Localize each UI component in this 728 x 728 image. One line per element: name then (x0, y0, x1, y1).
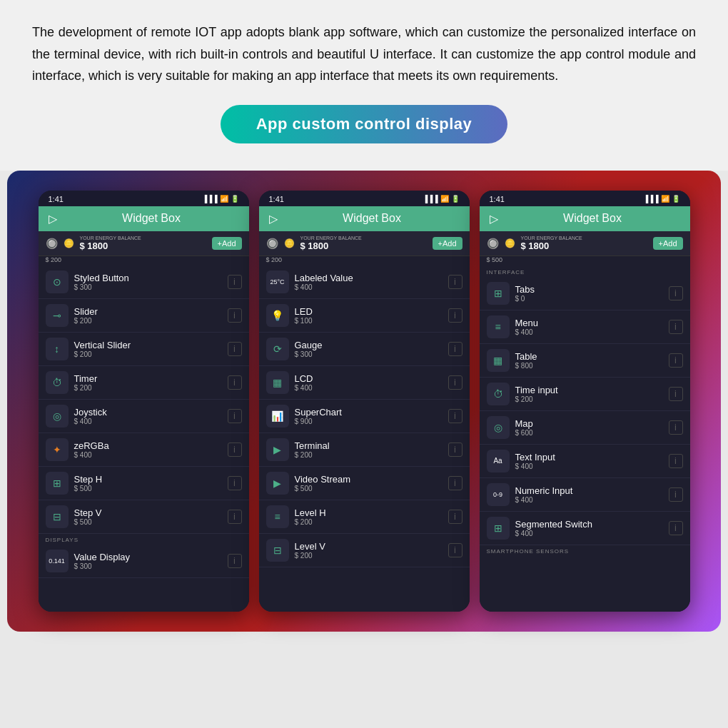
widget-list-1: ⊙ Styled Button $ 300 i ⊸ Slider $ 200 i (39, 266, 249, 534)
info-icon[interactable]: i (448, 308, 462, 323)
section-label-3: SMARTPHONE SENSORS (480, 545, 690, 556)
phone-title-3: Widget Box (505, 212, 680, 225)
status-bar-2: 1:41 ▐▐▐ 📶 🔋 (259, 191, 470, 206)
info-icon[interactable]: i (448, 342, 462, 356)
list-item: ⊞ Segmented Switch $ 400 i (480, 512, 690, 545)
play-icon-2[interactable]: ▷ (269, 212, 278, 226)
list-item: ≡ Menu $ 400 i (480, 310, 690, 344)
badge-container: App custom control display (32, 105, 696, 143)
toggle-icon-2: 🔘 (266, 238, 278, 249)
status-time-1: 1:41 (49, 195, 64, 203)
phone-frame-3: 1:41 ▐▐▐ 📶 🔋 ▷ Widget Box 🔘 🪙 YOUR ENERG… (480, 191, 690, 612)
info-icon[interactable]: i (669, 487, 683, 502)
battery-icon-2: 🔋 (451, 195, 460, 203)
coin-icon-1: 🪙 (64, 238, 74, 248)
add-btn-2[interactable]: +Add (433, 237, 462, 250)
list-item: ◎ Joystick $ 400 i (39, 400, 249, 433)
energy-bar-3: 🔘 🪙 YOUR ENERGY BALANCE $ 1800 +Add (480, 231, 690, 256)
status-time-3: 1:41 (490, 195, 505, 203)
phone-header-3: ▷ Widget Box (480, 206, 690, 231)
info-icon[interactable]: i (669, 521, 683, 535)
info-icon[interactable]: i (228, 275, 242, 289)
info-icon[interactable]: i (228, 342, 242, 356)
info-icon[interactable]: i (228, 510, 242, 524)
energy-amount-1: $ 1800 (80, 241, 141, 251)
info-icon[interactable]: i (448, 375, 462, 390)
info-icon[interactable]: i (669, 420, 683, 435)
phones-section: 1:41 ▐▐▐ 📶 🔋 ▷ Widget Box 🔘 🪙 YOUR ENERG… (7, 171, 721, 632)
list-item: ≡ Level H $ 200 i (259, 500, 470, 534)
info-icon[interactable]: i (228, 308, 242, 323)
list-item: ▦ Table $ 800 i (480, 344, 690, 378)
phone-body-2: 🔘 🪙 YOUR ENERGY BALANCE $ 1800 +Add $ 20… (259, 231, 470, 612)
info-icon[interactable]: i (669, 353, 683, 368)
info-icon[interactable]: i (228, 409, 242, 423)
widget-icon: ⊸ (46, 304, 69, 327)
phone-body-3: 🔘 🪙 YOUR ENERGY BALANCE $ 1800 +Add $ 50… (480, 231, 690, 612)
list-item: 💡 LED $ 100 i (259, 299, 470, 333)
add-btn-3[interactable]: +Add (653, 237, 683, 250)
energy-amount-2: $ 1800 (300, 241, 362, 251)
widget-icon: ◎ (487, 416, 510, 439)
widget-icon: ⊞ (487, 282, 510, 305)
toggle-icon-1: 🔘 (46, 238, 58, 249)
info-icon[interactable]: i (448, 543, 462, 557)
displays-label: DISPLAYS (39, 534, 249, 545)
widget-icon: ⊙ (46, 271, 69, 293)
info-icon[interactable]: i (228, 443, 242, 457)
play-icon-1[interactable]: ▷ (49, 212, 57, 226)
widget-icon: 0-9 (487, 483, 510, 506)
widget-icon: ⊞ (46, 472, 69, 495)
add-btn-1[interactable]: +Add (212, 237, 242, 250)
widget-icon: 📊 (266, 405, 289, 428)
list-item: ⊙ Styled Button $ 300 i (39, 266, 249, 299)
badge-label: App custom control display (221, 105, 508, 143)
list-item: 📊 SuperChart $ 900 i (259, 400, 470, 433)
info-icon[interactable]: i (228, 375, 242, 390)
phone-title-1: Widget Box (64, 212, 239, 225)
energy-label-3: YOUR ENERGY BALANCE (521, 236, 582, 241)
info-icon[interactable]: i (669, 387, 683, 401)
energy-bar-2: 🔘 🪙 YOUR ENERGY BALANCE $ 1800 +Add (259, 231, 470, 256)
info-icon[interactable]: i (448, 409, 462, 423)
list-item: ✦ zeRGBa $ 400 i (39, 433, 249, 467)
info-icon[interactable]: i (448, 510, 462, 524)
battery-icon-3: 🔋 (672, 195, 680, 203)
toggle-icon-3: 🔘 (487, 238, 499, 249)
info-icon[interactable]: i (228, 554, 242, 568)
battery-icon-1: 🔋 (231, 195, 239, 203)
play-icon-3[interactable]: ▷ (490, 212, 498, 226)
top-section: The development of remote IOT app adopts… (0, 0, 728, 171)
list-item: ⏱ Time input $ 200 i (480, 378, 690, 411)
list-item: ▶ Video Stream $ 500 i (259, 467, 470, 500)
signal-icon-3: ▐▐▐ (643, 195, 658, 203)
info-icon[interactable]: i (228, 476, 242, 490)
energy-label-1: YOUR ENERGY BALANCE (80, 236, 141, 241)
list-item: Aa Text Input $ 400 i (480, 445, 690, 478)
widget-icon: ⊞ (487, 517, 510, 540)
cost-row-2: $ 200 (259, 256, 470, 266)
info-icon[interactable]: i (669, 454, 683, 468)
info-icon[interactable]: i (448, 275, 462, 289)
widget-icon: ▶ (266, 472, 289, 495)
status-bar-1: 1:41 ▐▐▐ 📶 🔋 (39, 191, 249, 206)
energy-label-2: YOUR ENERGY BALANCE (300, 236, 362, 241)
info-icon[interactable]: i (669, 286, 683, 300)
info-icon[interactable]: i (448, 443, 462, 457)
widget-icon: ≡ (487, 315, 510, 338)
widget-icon: ↕ (46, 338, 69, 360)
list-item: ▦ LCD $ 400 i (259, 366, 470, 400)
bottom-widget-list-1: 0.141 Value Display $ 300 i (39, 545, 249, 578)
widget-icon: 0.141 (46, 550, 69, 572)
info-icon[interactable]: i (669, 320, 683, 334)
widget-list-3: ⊞ Tabs $ 0 i ≡ Menu $ 400 i ▦ (480, 277, 690, 545)
list-item: 0.141 Value Display $ 300 i (39, 545, 249, 578)
widget-icon: ▦ (487, 349, 510, 372)
energy-amount-3: $ 1800 (521, 241, 582, 251)
widget-icon: ✦ (46, 438, 69, 461)
info-icon[interactable]: i (448, 476, 462, 490)
cost-row-1: $ 200 (39, 256, 249, 266)
widget-icon: ⟳ (266, 338, 289, 360)
list-item: ⟳ Gauge $ 300 i (259, 333, 470, 366)
widget-icon: Aa (487, 450, 510, 472)
